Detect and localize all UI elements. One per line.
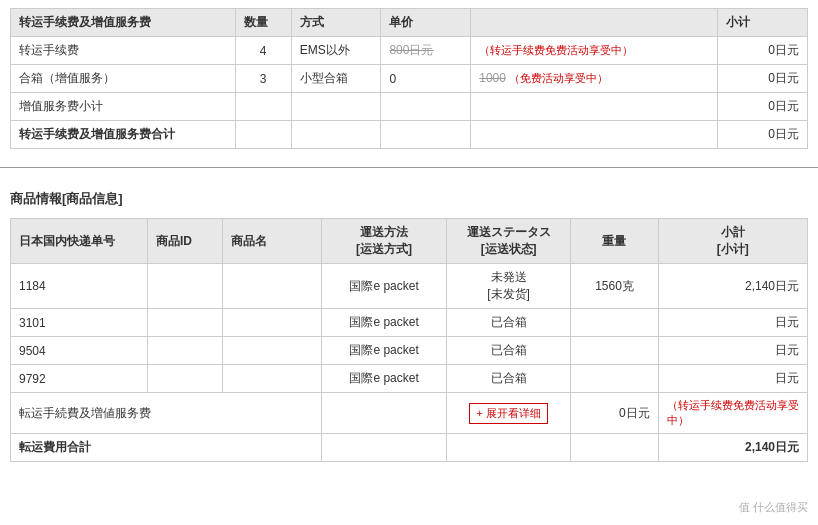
footer-promo-text: （转运手续费免费活动享受中） <box>667 399 799 426</box>
item1-id <box>147 264 222 309</box>
row3-subtotal: 0日元 <box>718 93 808 121</box>
table-row: 转运手续费 4 EMS以外 800日元 （转运手续费免费活动享受中） 0日元 <box>11 37 808 65</box>
row2-method: 小型合箱 <box>291 65 381 93</box>
footer-empty1 <box>322 393 447 434</box>
item3-tracking: 9504 <box>11 337 148 365</box>
fees-table: 转运手续费及增值服务费 数量 方式 单价 小计 转运手续费 4 EMS以外 80… <box>10 8 808 149</box>
item1-status-jp: 未発送 <box>491 270 527 284</box>
col7-line2: [小计] <box>717 242 749 256</box>
item2-shipping: 国際e packet <box>322 309 447 337</box>
row2-promo: 1000 （免费活动享受中） <box>471 65 718 93</box>
table-row: 9504 国際e packet 已合箱 日元 <box>11 337 808 365</box>
footer-row: 転运手続費及増値服务费 + 展开看详细 0日元 （转运手续费免费活动享受中） <box>11 393 808 434</box>
items-table: 日本国内快递单号 商品ID 商品名 運送方法 [运送方式] 運送ステータス [运… <box>10 218 808 462</box>
item2-status: 已合箱 <box>446 309 571 337</box>
section2-title: 商品情報[商品信息] <box>10 186 808 212</box>
table-row: 合箱（增值服务） 3 小型合箱 0 1000 （免费活动享受中） 0日元 <box>11 65 808 93</box>
col5-line1: 運送ステータス <box>467 225 551 239</box>
col-item-name: 商品名 <box>222 219 322 264</box>
row4-name: 转运手续费及增值服务费合计 <box>11 121 236 149</box>
item4-weight <box>571 365 658 393</box>
row3-method <box>291 93 381 121</box>
row1-price: 800日元 <box>381 37 471 65</box>
item2-subtotal: 日元 <box>658 309 807 337</box>
item3-weight <box>571 337 658 365</box>
row1-promo: （转运手续费免费活动享受中） <box>471 37 718 65</box>
item2-tracking: 3101 <box>11 309 148 337</box>
footer-promo: （转运手续费免费活动享受中） <box>658 393 807 434</box>
col-subtotal: 小计 <box>718 9 808 37</box>
row4-qty <box>235 121 291 149</box>
table-row: 9792 国際e packet 已合箱 日元 <box>11 365 808 393</box>
row2-name: 合箱（增值服务） <box>11 65 236 93</box>
item4-shipping: 国際e packet <box>322 365 447 393</box>
item2-name <box>222 309 322 337</box>
col-shipping-method: 運送方法 [运送方式] <box>322 219 447 264</box>
items-table-header: 日本国内快递单号 商品ID 商品名 運送方法 [运送方式] 運送ステータス [运… <box>11 219 808 264</box>
col-item-subtotal: 小計 [小计] <box>658 219 807 264</box>
total-empty2 <box>446 434 571 462</box>
item1-tracking: 1184 <box>11 264 148 309</box>
row2-subtotal-original: 1000 <box>479 71 506 85</box>
row2-subtotal: 0日元 <box>718 65 808 93</box>
item1-name <box>222 264 322 309</box>
section1: 转运手续费及增值服务费 数量 方式 单价 小计 转运手续费 4 EMS以外 80… <box>0 0 818 157</box>
item3-shipping: 国際e packet <box>322 337 447 365</box>
item1-status: 未発送 [未发货] <box>446 264 571 309</box>
row3-promo <box>471 93 718 121</box>
expand-details-button[interactable]: + 展开看详细 <box>469 403 547 424</box>
total-value: 2,140日元 <box>658 434 807 462</box>
row3-qty <box>235 93 291 121</box>
row1-subtotal: 0日元 <box>718 37 808 65</box>
table-row: 3101 国際e packet 已合箱 日元 <box>11 309 808 337</box>
row4-method <box>291 121 381 149</box>
row1-name: 转运手续费 <box>11 37 236 65</box>
item3-status: 已合箱 <box>446 337 571 365</box>
table-row: 转运手续费及增值服务费合计 0日元 <box>11 121 808 149</box>
row2-price: 0 <box>381 65 471 93</box>
total-empty3 <box>571 434 658 462</box>
row4-promo <box>471 121 718 149</box>
watermark: 值 什么值得买 <box>739 500 808 515</box>
total-label: 転运費用合計 <box>11 434 322 462</box>
row1-price-original: 800日元 <box>389 43 433 57</box>
item1-weight: 1560克 <box>571 264 658 309</box>
item4-status: 已合箱 <box>446 365 571 393</box>
col4-line1: 運送方法 <box>360 225 408 239</box>
item3-name <box>222 337 322 365</box>
footer-label: 転运手続費及増値服务费 <box>11 393 322 434</box>
item4-subtotal: 日元 <box>658 365 807 393</box>
item1-shipping: 国際e packet <box>322 264 447 309</box>
item2-weight <box>571 309 658 337</box>
col5-line2: [运送状态] <box>481 242 537 256</box>
col-weight: 重量 <box>571 219 658 264</box>
item3-id <box>147 337 222 365</box>
row3-name: 增值服务费小计 <box>11 93 236 121</box>
item1-status-cn: [未发货] <box>487 287 530 301</box>
col4-line2: [运送方式] <box>356 242 412 256</box>
table-row: 1184 国際e packet 未発送 [未发货] 1560克 2,140日元 <box>11 264 808 309</box>
row4-subtotal: 0日元 <box>718 121 808 149</box>
total-row: 転运費用合計 2,140日元 <box>11 434 808 462</box>
total-empty1 <box>322 434 447 462</box>
col-tracking: 日本国内快递单号 <box>11 219 148 264</box>
row3-price <box>381 93 471 121</box>
item3-subtotal: 日元 <box>658 337 807 365</box>
item1-subtotal: 2,140日元 <box>658 264 807 309</box>
row1-promo-text: （转运手续费免费活动享受中） <box>479 44 633 56</box>
col-unit-price: 单价 <box>381 9 471 37</box>
col7-line1: 小計 <box>721 225 745 239</box>
item4-tracking: 9792 <box>11 365 148 393</box>
row2-qty: 3 <box>235 65 291 93</box>
row1-qty: 4 <box>235 37 291 65</box>
row2-promo-text: （免费活动享受中） <box>509 72 608 84</box>
item4-id <box>147 365 222 393</box>
col-item-id: 商品ID <box>147 219 222 264</box>
footer-expand-cell[interactable]: + 展开看详细 <box>446 393 571 434</box>
footer-subtotal: 0日元 <box>571 393 658 434</box>
col-shipping-status: 運送ステータス [运送状态] <box>446 219 571 264</box>
col-method: 方式 <box>291 9 381 37</box>
fees-table-header: 转运手续费及增值服务费 数量 方式 单价 小计 <box>11 9 808 37</box>
row1-method: EMS以外 <box>291 37 381 65</box>
section2: 商品情報[商品信息] 日本国内快递单号 商品ID 商品名 運送方法 [运送方式]… <box>0 178 818 470</box>
